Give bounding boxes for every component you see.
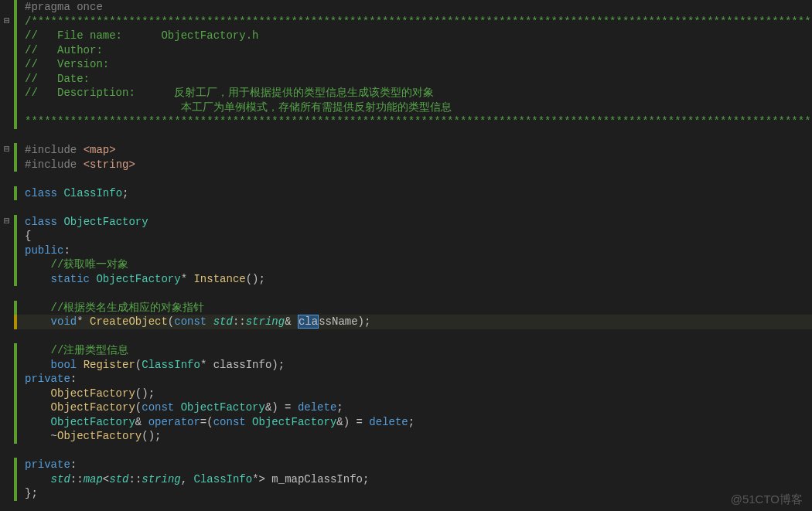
code-line[interactable] [0,172,812,186]
code-line[interactable] [0,200,812,215]
code-line[interactable]: // File name: ObjectFactory.h [0,29,812,43]
gutter-cell [0,415,14,430]
code-text[interactable] [20,172,812,186]
change-bar [14,429,20,444]
code-text[interactable]: 本工厂为单例模式，存储所有需提供反射功能的类型信息 [20,100,812,115]
code-line[interactable]: #pragma once [0,0,812,15]
gutter-cell [0,486,14,501]
gutter-cell [0,100,14,115]
code-line[interactable] [0,286,812,301]
gutter-cell [0,72,14,87]
gutter-cell [0,458,14,472]
code-text[interactable]: // Author: [20,43,812,58]
gutter-cell [0,444,14,458]
code-text[interactable]: ObjectFactory(const ObjectFactory&) = de… [20,400,812,415]
change-bar [14,57,20,72]
change-bar [14,257,20,272]
change-bar [14,0,20,15]
code-line[interactable]: ObjectFactory(); [0,387,812,401]
change-bar [14,387,20,401]
code-line[interactable]: { [0,229,812,244]
code-text[interactable]: ObjectFactory(); [20,387,812,401]
code-text[interactable]: { [20,229,812,244]
code-text[interactable]: //根据类名生成相应的对象指针 [20,301,812,315]
code-text[interactable]: //获取唯一对象 [20,257,812,272]
code-line[interactable]: //根据类名生成相应的对象指针 [0,301,812,315]
code-line[interactable]: #include <string> [0,158,812,172]
code-text[interactable]: }; [20,486,812,501]
code-text[interactable]: /***************************************… [20,15,812,29]
change-bar [14,172,20,186]
code-line[interactable]: private: [0,458,812,472]
gutter-cell [0,0,14,15]
gutter-cell [0,29,14,43]
code-text[interactable]: class ObjectFactory [20,215,812,230]
code-line[interactable]: void* CreateObject(const std::string& cl… [0,315,812,329]
code-line[interactable]: // Author: [0,43,812,58]
code-line[interactable] [0,444,812,458]
change-bar [14,86,20,100]
code-line[interactable]: 本工厂为单例模式，存储所有需提供反射功能的类型信息 [0,100,812,115]
code-line[interactable]: ~ObjectFactory(); [0,429,812,444]
code-text[interactable]: #pragma once [20,0,812,15]
code-line[interactable]: static ObjectFactory* Instance(); [0,272,812,287]
code-line[interactable]: // Date: [0,72,812,87]
code-line[interactable] [0,329,812,344]
gutter-cell [0,200,14,215]
code-text[interactable]: void* CreateObject(const std::string& cl… [20,315,812,329]
code-text[interactable]: // Version: [20,57,812,72]
code-line[interactable]: bool Register(ClassInfo* classInfo); [0,358,812,373]
code-text[interactable]: static ObjectFactory* Instance(); [20,272,812,287]
code-text[interactable]: // File name: ObjectFactory.h [20,29,812,43]
code-line[interactable]: ⊟/**************************************… [0,15,812,29]
code-line[interactable]: // Version: [0,57,812,72]
code-text[interactable]: #include <string> [20,158,812,172]
gutter-cell [0,158,14,172]
code-line[interactable]: ⊟#include <map> [0,143,812,158]
code-line[interactable]: public: [0,244,812,258]
gutter-cell [0,257,14,272]
change-bar [14,114,20,129]
code-text[interactable]: // Description: 反射工厂，用于根据提供的类型信息生成该类型的对象 [20,86,812,100]
code-text[interactable]: private: [20,372,812,387]
gutter-cell [0,114,14,129]
code-line[interactable]: class ClassInfo; [0,186,812,201]
code-line[interactable]: std::map<std::string, ClassInfo*> m_mapC… [0,472,812,487]
code-text[interactable]: bool Register(ClassInfo* classInfo); [20,358,812,373]
code-text[interactable] [20,200,812,215]
change-bar [14,400,20,415]
change-bar [14,301,20,315]
code-text[interactable]: #include <map> [20,143,812,158]
gutter-cell [0,387,14,401]
code-text[interactable]: // Date: [20,72,812,87]
code-text[interactable]: ObjectFactory& operator=(const ObjectFac… [20,415,812,430]
code-line[interactable]: // Description: 反射工厂，用于根据提供的类型信息生成该类型的对象 [0,86,812,100]
code-text[interactable] [20,286,812,301]
fold-toggle-icon[interactable]: ⊟ [0,215,14,230]
change-bar [14,29,20,43]
code-line[interactable] [0,129,812,144]
code-line[interactable]: ****************************************… [0,114,812,129]
code-text[interactable]: std::map<std::string, ClassInfo*> m_mapC… [20,472,812,487]
gutter-cell [0,358,14,373]
code-line[interactable]: ObjectFactory& operator=(const ObjectFac… [0,415,812,430]
gutter-cell [0,301,14,315]
fold-toggle-icon[interactable]: ⊟ [0,143,14,158]
code-text[interactable]: public: [20,244,812,258]
code-line[interactable]: //注册类型信息 [0,343,812,358]
code-line[interactable]: //获取唯一对象 [0,257,812,272]
code-text[interactable] [20,444,812,458]
code-line[interactable]: }; [0,486,812,501]
code-line[interactable]: private: [0,372,812,387]
code-line[interactable]: ObjectFactory(const ObjectFactory&) = de… [0,400,812,415]
code-editor[interactable]: #pragma once⊟/**************************… [0,0,812,511]
code-text[interactable]: private: [20,458,812,472]
fold-toggle-icon[interactable]: ⊟ [0,15,14,29]
code-line[interactable]: ⊟class ObjectFactory [0,215,812,230]
code-text[interactable] [20,329,812,344]
code-text[interactable] [20,129,812,144]
code-text[interactable]: ****************************************… [20,114,812,129]
code-text[interactable]: ~ObjectFactory(); [20,429,812,444]
code-text[interactable]: //注册类型信息 [20,343,812,358]
code-text[interactable]: class ClassInfo; [20,186,812,201]
